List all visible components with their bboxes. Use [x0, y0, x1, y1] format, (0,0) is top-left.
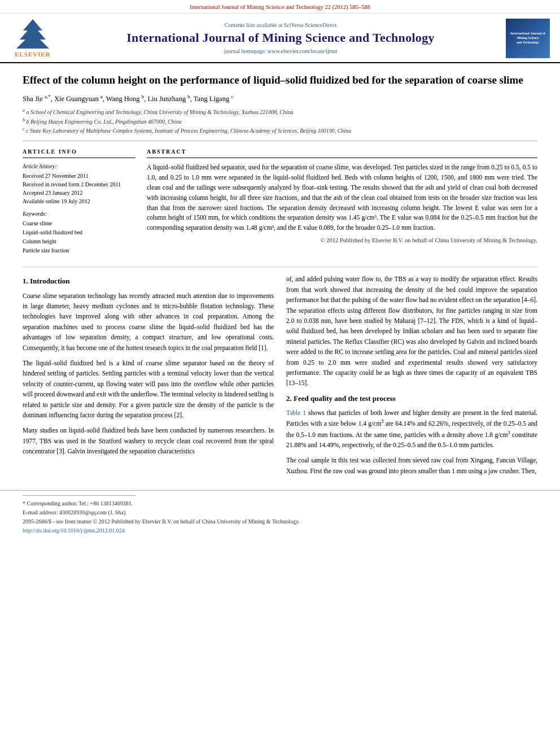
keyword-3: Column height [23, 237, 135, 246]
elsevier-label: ELSEVIER [15, 50, 51, 59]
article-title: Effect of the column height on the perfo… [23, 73, 537, 88]
elsevier-tree-icon [13, 18, 53, 49]
keywords-list: Coarse slime Liquid–solid fluidized bed … [23, 219, 135, 255]
email-line: E-mail address: 430028930@qq.com (J. Sha… [23, 509, 537, 517]
article-footer: * Corresponding author. Tel.: +86 138134… [0, 490, 560, 538]
author-liu: Liu Junzhang [147, 95, 186, 103]
table-reference: Table 1 [286, 409, 306, 416]
history-label: Article history: [23, 163, 135, 171]
corresponding-author: * Corresponding author. Tel.: +86 138134… [23, 500, 537, 508]
abstract-copyright: © 2012 Published by Elsevier B.V. on beh… [147, 237, 537, 245]
journal-header: ELSEVIER Contents lists available at Sci… [0, 14, 560, 63]
journal-thumbnail: International Journal ofMining Sciencean… [506, 19, 550, 58]
article-main: Effect of the column height on the perfo… [0, 63, 560, 481]
body-right-column: of, and added pulsing water flow to, the… [286, 274, 537, 480]
abstract-title: ABSTRACT [147, 148, 537, 158]
article-title-section: Effect of the column height on the perfo… [23, 63, 537, 141]
elsevier-logo: ELSEVIER [10, 18, 55, 59]
doi-line[interactable]: http://dx.doi.org/10.1016/j.ijmst.2012.0… [23, 527, 537, 535]
author-xie: Xie Guangyuan [54, 95, 99, 103]
abstract-section: ABSTRACT A liquid–solid fluidized bed se… [147, 148, 537, 260]
accepted-date: Accepted 23 January 2012 [23, 189, 135, 197]
available-date: Available online 19 July 2012 [23, 197, 135, 206]
svg-rect-2 [30, 45, 35, 49]
author-sha-jie: Sha Jie [23, 95, 43, 103]
affiliation-a: a a School of Chemical Engineering and T… [23, 107, 537, 116]
section1-heading: 1. Introduction [23, 276, 274, 286]
article-history: Article history: Received 27 November 20… [23, 163, 135, 206]
homepage-link[interactable]: www.elsevier.com/locate/ijmst [268, 48, 337, 54]
sciverse-link[interactable]: SciVerse ScienceDirect [284, 22, 337, 28]
article-info: ARTICLE INFO Article history: Received 2… [23, 148, 135, 260]
keyword-2: Liquid–solid fluidized bed [23, 228, 135, 237]
journal-topbar: International Journal of Mining Science … [0, 0, 560, 14]
info-abstract-section: ARTICLE INFO Article history: Received 2… [23, 141, 537, 267]
header-center: Contents lists available at SciVerse Sci… [61, 21, 500, 55]
affiliation-b: b b Beijing Huayu Engineering Co. Ltd., … [23, 117, 537, 126]
journal-citation: International Journal of Mining Science … [190, 4, 370, 10]
body-section: 1. Introduction Coarse slime separation … [23, 267, 537, 480]
keyword-1: Coarse slime [23, 219, 135, 228]
issn-line: 2095-2686/$ - see front matter © 2012 Pu… [23, 518, 537, 526]
article-authors: Sha Jie a,*, Xie Guangyuan a, Wang Hong … [23, 93, 537, 104]
affiliations: a a School of Chemical Engineering and T… [23, 107, 537, 135]
article-info-title: ARTICLE INFO [23, 148, 135, 158]
abstract-text: A liquid–solid fluidized bed separator, … [147, 163, 537, 233]
revised-date: Received in revised form 2 December 2011 [23, 180, 135, 189]
homepage-line: journal homepage: www.elsevier.com/locat… [61, 47, 500, 55]
body-left-column: 1. Introduction Coarse slime separation … [23, 274, 274, 480]
footnote-star-text: * Corresponding author. Tel.: +86 138134… [23, 500, 133, 506]
intro-para-right-1: of, and added pulsing water flow to, the… [286, 274, 537, 388]
footnote-divider [23, 495, 135, 496]
affiliation-c: c c State Key Laboratory of Multiphase C… [23, 126, 537, 135]
sciverse-line: Contents lists available at SciVerse Sci… [61, 21, 500, 29]
received-date: Received 27 November 2011 [23, 172, 135, 180]
intro-para-2: The liquid–solid fluidized bed is a kind… [23, 358, 274, 420]
section2-para-2: The coal sample in this test was collect… [286, 455, 537, 476]
keywords-section: Keywords: Coarse slime Liquid–solid flui… [23, 210, 135, 255]
section2-heading: 2. Feed quality and the test process [286, 394, 537, 404]
keywords-label: Keywords: [23, 210, 135, 218]
section2-para-1: Table 1 shows that particles of both low… [286, 408, 537, 450]
author-wang: Wang Hong [106, 95, 140, 103]
intro-para-1: Coarse slime separation technology has r… [23, 291, 274, 353]
author-tang: Tang Ligang [194, 95, 229, 103]
intro-para-3: Many studies on liquid–solid fluidized b… [23, 425, 274, 456]
journal-title: International Journal of Mining Science … [61, 30, 500, 45]
keyword-4: Particle size fraction [23, 246, 135, 255]
